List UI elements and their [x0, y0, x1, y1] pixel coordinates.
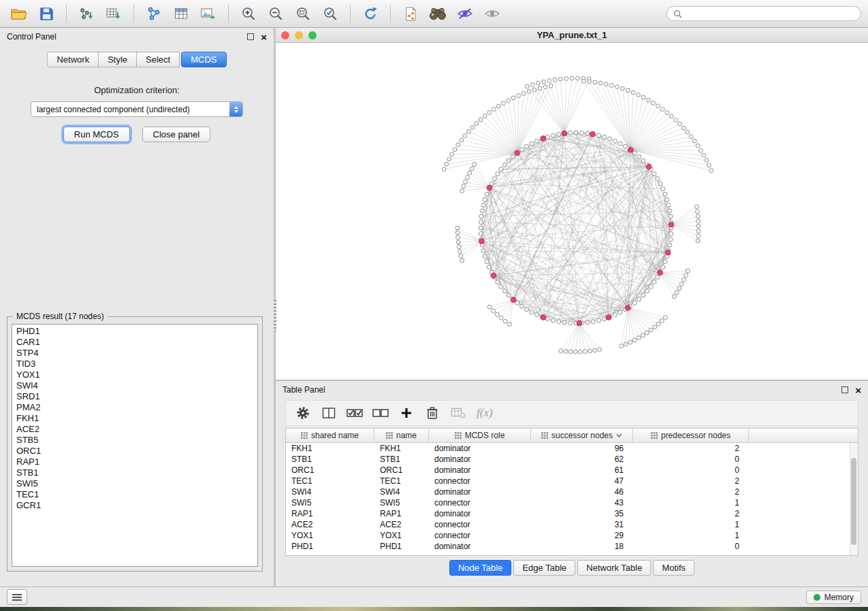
create-column-button[interactable]: [396, 403, 417, 423]
run-mcds-button[interactable]: Run MCDS: [63, 127, 130, 142]
zoom-in-icon: [241, 6, 256, 21]
table-toolbar: f(x): [285, 400, 858, 426]
ui-settings-button[interactable]: [7, 589, 27, 605]
open-file-button[interactable]: [7, 3, 31, 24]
table-row[interactable]: PHD1PHD1dominator180: [286, 541, 850, 552]
table-row[interactable]: FKH1FKH1dominator962: [286, 443, 850, 454]
table-cell: RAP1: [286, 509, 374, 518]
table-row[interactable]: ACE2ACE2connector311: [286, 519, 850, 530]
memory-button[interactable]: Memory: [806, 591, 861, 604]
import-network-button[interactable]: [74, 3, 99, 24]
table-row[interactable]: YOX1YOX1connector291: [286, 530, 850, 541]
network-graph[interactable]: [276, 43, 867, 380]
table-cell: 1: [633, 498, 749, 508]
mcds-node-item[interactable]: SWI5: [12, 478, 257, 489]
close-panel-icon[interactable]: ×: [261, 32, 267, 42]
mcds-node-item[interactable]: STP4: [12, 348, 257, 359]
splitter-grip[interactable]: [274, 300, 276, 331]
column-header-name[interactable]: name: [374, 429, 429, 442]
mcds-node-item[interactable]: PMA2: [12, 402, 257, 413]
tab-edge-table[interactable]: Edge Table: [513, 560, 575, 576]
table-cell: SWI5: [286, 498, 374, 508]
table-settings-button[interactable]: [293, 403, 313, 423]
close-panel-button[interactable]: Close panel: [142, 127, 211, 142]
save-session-button[interactable]: [34, 3, 59, 24]
table-cell: 2: [633, 487, 749, 497]
export-image-button[interactable]: [196, 3, 221, 24]
new-table-button[interactable]: [169, 3, 193, 24]
mcds-node-item[interactable]: ORC1: [12, 446, 257, 457]
column-header-successor-nodes[interactable]: successor nodes: [531, 429, 633, 442]
toolbar-separator: [228, 5, 229, 22]
close-panel-icon[interactable]: ×: [855, 385, 861, 395]
float-panel-icon[interactable]: [841, 386, 848, 393]
zoom-in-button[interactable]: [236, 3, 261, 24]
function-builder-button[interactable]: f(x): [474, 406, 493, 420]
column-header-predecessor-nodes[interactable]: predecessor nodes: [633, 429, 749, 442]
show-columns-button[interactable]: [319, 403, 339, 423]
table-row[interactable]: ORC1ORC1dominator610: [286, 465, 850, 476]
mcds-node-item[interactable]: STB5: [12, 435, 257, 446]
table-row[interactable]: SWI5SWI5connector431: [286, 497, 850, 508]
mcds-node-item[interactable]: YOX1: [12, 369, 257, 380]
criterion-select[interactable]: largest connected component (undirected): [31, 101, 243, 117]
hide-selected-button[interactable]: [453, 3, 477, 24]
show-all-button[interactable]: [480, 3, 504, 24]
column-type-icon: [651, 432, 658, 439]
select-all-columns-button[interactable]: [344, 403, 365, 423]
sort-chevron-icon[interactable]: [616, 433, 622, 437]
tab-network[interactable]: Network: [47, 52, 99, 67]
apply-layout-button[interactable]: [358, 3, 383, 24]
zoom-out-button[interactable]: [263, 3, 288, 24]
mcds-result-list[interactable]: PHD1CAR1STP4TID3YOX1SWI4SRD1PMA2FKH1ACE2…: [12, 324, 258, 567]
search-network-button[interactable]: [425, 3, 450, 24]
table-cell: 96: [531, 444, 633, 453]
menu-icon: [12, 594, 22, 601]
tab-style[interactable]: Style: [98, 52, 137, 67]
mcds-node-item[interactable]: ACE2: [12, 424, 257, 435]
mcds-node-item[interactable]: SRD1: [12, 391, 257, 402]
tab-network-table[interactable]: Network Table: [577, 560, 651, 576]
float-panel-icon[interactable]: [247, 33, 254, 40]
table-cell: 0: [633, 465, 749, 475]
tab-mcds[interactable]: MCDS: [181, 52, 226, 67]
toolbar-separator: [350, 5, 351, 22]
node-table: shared namenameMCDS rolesuccessor nodesp…: [285, 428, 858, 556]
scrollbar-thumb[interactable]: [851, 458, 856, 545]
mcds-node-item[interactable]: RAP1: [12, 457, 257, 467]
clone-network-button[interactable]: [398, 3, 423, 24]
mcds-node-item[interactable]: GCR1: [12, 500, 257, 511]
control-panel-tabs: NetworkStyleSelectMCDS: [0, 52, 274, 67]
unselect-all-columns-button[interactable]: [370, 403, 391, 423]
zoom-selected-button[interactable]: [318, 3, 342, 24]
network-canvas[interactable]: [276, 43, 868, 380]
search-input[interactable]: [686, 8, 854, 19]
column-type-icon: [386, 432, 393, 439]
table-cell: 0: [633, 455, 749, 464]
table-panel-header: Table Panel ×: [276, 381, 868, 399]
table-scrollbar[interactable]: [850, 443, 858, 555]
mcds-node-item[interactable]: FKH1: [12, 413, 257, 424]
mcds-node-item[interactable]: TEC1: [12, 489, 257, 500]
table-row[interactable]: TEC1TEC1connector472: [286, 476, 850, 486]
new-network-button[interactable]: [142, 3, 166, 24]
mcds-node-item[interactable]: SWI4: [12, 380, 257, 391]
column-header-mcds-role[interactable]: MCDS role: [429, 429, 531, 442]
tab-node-table[interactable]: Node Table: [449, 560, 512, 576]
tab-motifs[interactable]: Motifs: [653, 560, 694, 576]
search-box[interactable]: [666, 6, 861, 21]
mcds-node-item[interactable]: PHD1: [12, 326, 257, 337]
delete-table-button[interactable]: [448, 403, 468, 423]
tab-select[interactable]: Select: [136, 52, 180, 67]
import-table-button[interactable]: [101, 3, 126, 24]
table-row[interactable]: STB1STB1dominator620: [286, 454, 850, 465]
table-row[interactable]: SWI4SWI4dominator462: [286, 486, 850, 497]
mcds-node-item[interactable]: TID3: [12, 359, 257, 369]
mcds-node-item[interactable]: STB1: [12, 467, 257, 478]
column-header-shared-name[interactable]: shared name: [286, 429, 374, 442]
control-panel-title: Control Panel: [7, 32, 57, 42]
delete-column-button[interactable]: [422, 403, 443, 423]
mcds-node-item[interactable]: CAR1: [12, 337, 257, 348]
table-row[interactable]: RAP1RAP1dominator352: [286, 508, 850, 519]
zoom-fit-button[interactable]: [291, 3, 315, 24]
